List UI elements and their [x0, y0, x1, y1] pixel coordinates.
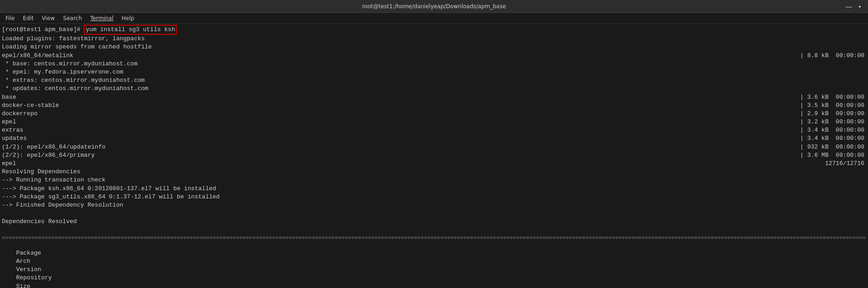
minimize-button[interactable]: —	[844, 2, 853, 11]
menu-edit[interactable]: Edit	[19, 14, 37, 22]
command-box: yum install sg3 utils ksh	[84, 25, 177, 35]
line-epel-metalink: epel/x86_64/metalink| 8.8 kB 00:00:00	[2, 52, 866, 60]
line-running-tx: --> Running transaction check	[2, 176, 866, 184]
title-bar-text: root@test1:/home/danielyeap/Downloads/ap…	[362, 3, 506, 10]
line-epel-updateinfo: (1/2): epel/x86_64/updateinfo| 932 kB 00…	[2, 143, 866, 151]
line-docker-ce: docker-ce-stable| 3.5 kB 00:00:00	[2, 101, 866, 110]
menu-view[interactable]: View	[38, 14, 58, 22]
line-updates: updates| 3.4 kB 00:00:00	[2, 134, 866, 143]
col-arch: Arch	[16, 257, 181, 266]
line-epel-mirror: * epel: my.fedora.ipserverone.com	[2, 68, 866, 76]
prompt-line: [root@test1 apm_base]# yum install sg3 u…	[2, 25, 866, 35]
title-bar: root@test1:/home/danielyeap/Downloads/ap…	[0, 0, 868, 13]
col-package: Package	[16, 249, 185, 257]
prompt-text: [root@test1 apm_base]#	[2, 26, 84, 34]
maximize-button[interactable]: ▪	[855, 2, 864, 11]
separator-1: ========================================…	[2, 235, 866, 241]
col-size: Size	[16, 283, 30, 288]
line-extras: extras| 3.4 kB 00:00:00	[2, 126, 866, 134]
title-bar-controls: — ▪	[844, 0, 864, 12]
col-repository: Repository	[16, 274, 149, 282]
line-dockerrepo: dockerrepo| 2.9 kB 00:00:00	[2, 110, 866, 118]
menu-terminal[interactable]: Terminal	[87, 14, 117, 22]
menu-search[interactable]: Search	[60, 14, 86, 22]
line-deps-resolved: Dependencies Resolved	[2, 218, 866, 226]
line-extras-mirror: * extras: centos.mirror.myduniahost.com	[2, 76, 866, 85]
menu-help[interactable]: Help	[118, 14, 138, 22]
terminal-body[interactable]: [root@test1 apm_base]# yum install sg3 u…	[0, 24, 868, 288]
line-epel2: epel12716/12716	[2, 160, 866, 168]
line-finished-dep: --> Finished Dependency Resolution	[2, 201, 866, 209]
line-base-mirror: * base: centos.mirror.myduniahost.com	[2, 60, 866, 68]
line-base: base| 3.6 kB 00:00:00	[2, 93, 866, 101]
col-version: Version	[16, 266, 245, 274]
line-loading-mirror: Loading mirror speeds from cached hostfi…	[2, 43, 866, 51]
menu-file[interactable]: File	[2, 14, 18, 22]
line-loaded-plugins: Loaded plugins: fastestmirror, langpacks	[2, 35, 866, 43]
menu-bar: File Edit View Search Terminal Help	[0, 13, 868, 24]
line-updates-mirror: * updates: centos.mirror.myduniahost.com	[2, 85, 866, 93]
line-epel-primary: (2/2): epel/x86_64/primary| 3.6 MB 00:00…	[2, 151, 866, 160]
line-blank2	[2, 226, 866, 235]
line-pkg-ksh: ---> Package ksh.x86_64 0:20120801-137.e…	[2, 185, 866, 193]
table-header-row: Package Arch Version Repository Size	[2, 241, 866, 288]
line-blank	[2, 209, 866, 218]
line-pkg-sg3: ---> Package sg3_utils.x86_64 0:1.37-12.…	[2, 193, 866, 201]
line-resolving: Resolving Dependencies	[2, 168, 866, 176]
line-epel: epel| 3.2 kB 00:00:00	[2, 118, 866, 126]
